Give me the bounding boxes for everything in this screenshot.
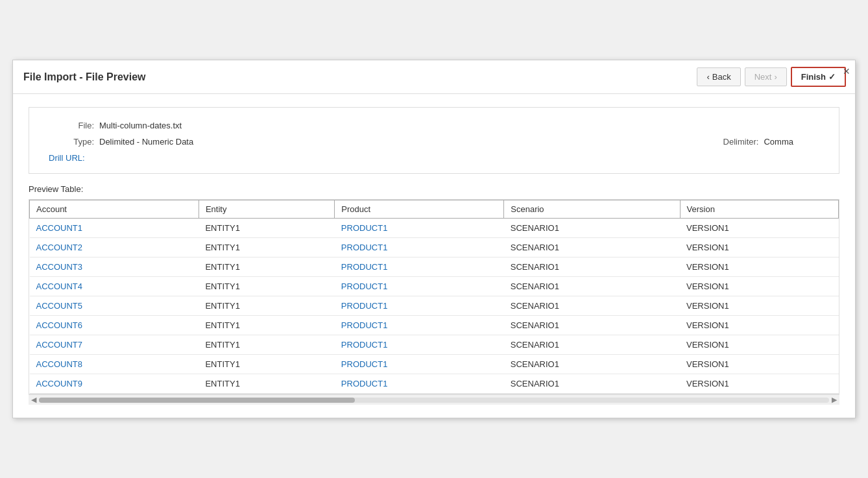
table-row: ACCOUNT4ENTITY1PRODUCT1SCENARIO1VERSION1 bbox=[30, 277, 839, 296]
cell-5-0: ACCOUNT6 bbox=[30, 316, 199, 335]
cell-6-2: PRODUCT1 bbox=[335, 335, 504, 355]
cell-2-2: PRODUCT1 bbox=[335, 257, 504, 277]
finish-button[interactable]: Finish ✓ bbox=[791, 67, 846, 87]
drill-url-label: Drill URL: bbox=[49, 153, 85, 163]
cell-3-0: ACCOUNT4 bbox=[30, 277, 199, 296]
cell-3-1: ENTITY1 bbox=[199, 277, 334, 296]
table-row: ACCOUNT7ENTITY1PRODUCT1SCENARIO1VERSION1 bbox=[30, 335, 839, 355]
toolbar-buttons: ‹ Back Next › Finish ✓ bbox=[697, 67, 846, 87]
content-area: File: Multi-column-dates.txt Type: Delim… bbox=[13, 94, 855, 418]
delimiter-label: Delimiter: bbox=[723, 137, 759, 147]
cell-2-3: SCENARIO1 bbox=[504, 257, 680, 277]
checkmark-icon: ✓ bbox=[828, 72, 836, 82]
cell-5-3: SCENARIO1 bbox=[504, 316, 680, 335]
table-row: ACCOUNT2ENTITY1PRODUCT1SCENARIO1VERSION1 bbox=[30, 238, 839, 257]
cell-1-1: ENTITY1 bbox=[199, 238, 334, 257]
cell-8-1: ENTITY1 bbox=[199, 374, 334, 394]
cell-0-0: ACCOUNT1 bbox=[30, 219, 199, 238]
horizontal-scrollbar[interactable]: ◀ ▶ bbox=[29, 394, 839, 405]
column-header-entity: Entity bbox=[199, 200, 334, 219]
cell-5-2: PRODUCT1 bbox=[335, 316, 504, 335]
cell-8-2: PRODUCT1 bbox=[335, 374, 504, 394]
table-row: ACCOUNT5ENTITY1PRODUCT1SCENARIO1VERSION1 bbox=[30, 296, 839, 316]
window-title: File Import - File Preview bbox=[23, 71, 146, 83]
cell-1-3: SCENARIO1 bbox=[504, 238, 680, 257]
cell-2-1: ENTITY1 bbox=[199, 257, 334, 277]
cell-3-2: PRODUCT1 bbox=[335, 277, 504, 296]
table-header-row: AccountEntityProductScenarioVersion bbox=[30, 200, 839, 219]
table-row: ACCOUNT8ENTITY1PRODUCT1SCENARIO1VERSION1 bbox=[30, 355, 839, 374]
file-label: File: bbox=[49, 121, 94, 130]
table-row: ACCOUNT1ENTITY1PRODUCT1SCENARIO1VERSION1 bbox=[30, 219, 839, 238]
next-button[interactable]: Next › bbox=[745, 67, 787, 86]
cell-4-1: ENTITY1 bbox=[199, 296, 334, 316]
column-header-version: Version bbox=[680, 200, 839, 219]
type-value: Delimited - Numeric Data bbox=[99, 137, 193, 147]
table-row: ACCOUNT9ENTITY1PRODUCT1SCENARIO1VERSION1 bbox=[30, 374, 839, 394]
delimiter-value: Comma bbox=[764, 137, 793, 147]
next-arrow-icon: › bbox=[774, 72, 777, 82]
cell-3-3: SCENARIO1 bbox=[504, 277, 680, 296]
cell-7-0: ACCOUNT8 bbox=[30, 355, 199, 374]
back-label: Back bbox=[712, 72, 731, 82]
scroll-right-arrow[interactable]: ▶ bbox=[832, 396, 837, 404]
cell-2-4: VERSION1 bbox=[680, 257, 839, 277]
cell-1-2: PRODUCT1 bbox=[335, 238, 504, 257]
main-window: File Import - File Preview ‹ Back Next ›… bbox=[12, 60, 856, 418]
cell-4-0: ACCOUNT5 bbox=[30, 296, 199, 316]
preview-table-container: AccountEntityProductScenarioVersion ACCO… bbox=[29, 199, 839, 394]
cell-4-2: PRODUCT1 bbox=[335, 296, 504, 316]
file-info-section: File: Multi-column-dates.txt Type: Delim… bbox=[29, 107, 839, 174]
table-row: ACCOUNT3ENTITY1PRODUCT1SCENARIO1VERSION1 bbox=[30, 257, 839, 277]
column-header-product: Product bbox=[335, 200, 504, 219]
preview-label: Preview Table: bbox=[29, 184, 839, 194]
cell-3-4: VERSION1 bbox=[680, 277, 839, 296]
column-header-account: Account bbox=[30, 200, 199, 219]
cell-7-1: ENTITY1 bbox=[199, 355, 334, 374]
cell-6-4: VERSION1 bbox=[680, 335, 839, 355]
cell-2-0: ACCOUNT3 bbox=[30, 257, 199, 277]
scroll-thumb bbox=[39, 398, 355, 403]
cell-7-3: SCENARIO1 bbox=[504, 355, 680, 374]
cell-1-4: VERSION1 bbox=[680, 238, 839, 257]
back-button[interactable]: ‹ Back bbox=[697, 67, 740, 86]
scroll-track[interactable] bbox=[39, 398, 829, 403]
cell-0-1: ENTITY1 bbox=[199, 219, 334, 238]
file-value: Multi-column-dates.txt bbox=[99, 121, 182, 130]
cell-7-2: PRODUCT1 bbox=[335, 355, 504, 374]
close-button[interactable]: × bbox=[843, 66, 850, 77]
cell-5-1: ENTITY1 bbox=[199, 316, 334, 335]
cell-0-3: SCENARIO1 bbox=[504, 219, 680, 238]
drill-url-row: Drill URL: bbox=[49, 153, 819, 163]
cell-8-3: SCENARIO1 bbox=[504, 374, 680, 394]
cell-8-0: ACCOUNT9 bbox=[30, 374, 199, 394]
cell-4-4: VERSION1 bbox=[680, 296, 839, 316]
cell-4-3: SCENARIO1 bbox=[504, 296, 680, 316]
cell-1-0: ACCOUNT2 bbox=[30, 238, 199, 257]
cell-8-4: VERSION1 bbox=[680, 374, 839, 394]
scroll-left-arrow[interactable]: ◀ bbox=[31, 396, 36, 404]
preview-table: AccountEntityProductScenarioVersion ACCO… bbox=[29, 200, 839, 394]
cell-6-1: ENTITY1 bbox=[199, 335, 334, 355]
next-label: Next bbox=[754, 72, 772, 82]
cell-0-4: VERSION1 bbox=[680, 219, 839, 238]
finish-label: Finish bbox=[801, 72, 826, 82]
cell-5-4: VERSION1 bbox=[680, 316, 839, 335]
cell-0-2: PRODUCT1 bbox=[335, 219, 504, 238]
cell-6-0: ACCOUNT7 bbox=[30, 335, 199, 355]
cell-7-4: VERSION1 bbox=[680, 355, 839, 374]
back-arrow-icon: ‹ bbox=[706, 72, 709, 82]
table-row: ACCOUNT6ENTITY1PRODUCT1SCENARIO1VERSION1 bbox=[30, 316, 839, 335]
file-row: File: Multi-column-dates.txt bbox=[49, 121, 819, 130]
cell-6-3: SCENARIO1 bbox=[504, 335, 680, 355]
column-header-scenario: Scenario bbox=[504, 200, 680, 219]
title-bar: File Import - File Preview ‹ Back Next ›… bbox=[13, 60, 855, 94]
type-label: Type: bbox=[49, 137, 94, 147]
